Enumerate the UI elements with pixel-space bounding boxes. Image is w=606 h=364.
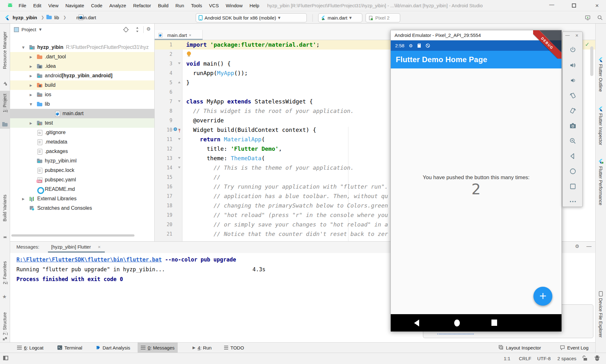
tree-item--idea[interactable]: ▶.idea (10, 62, 155, 71)
tool-tab-flutter-outline[interactable]: Flutter Outline (598, 64, 603, 92)
back-icon[interactable] (569, 152, 577, 160)
gear-icon[interactable]: ⚙ (575, 244, 579, 249)
tool-tab-flutter-performance[interactable]: Flutter Performance (598, 166, 603, 205)
chevron-expanded-icon[interactable]: ▼ (22, 46, 25, 49)
indent-setting[interactable]: 2 spaces (557, 356, 576, 361)
menu-tools[interactable]: Tools (187, 3, 205, 8)
hector-inspection-icon[interactable] (594, 355, 600, 361)
device-selector-dropdown[interactable]: Android SDK built for x86 (mobile) ▼ (196, 13, 307, 22)
nav-overview-icon[interactable] (491, 319, 497, 326)
zoom-in-icon[interactable] (569, 137, 577, 145)
tool-tab-flutter-inspector[interactable]: Flutter Inspector (598, 113, 603, 145)
camera-icon[interactable] (569, 122, 577, 130)
tree-item-pubspec-yaml[interactable]: YMLpubspec.yaml (10, 175, 155, 185)
menu-view[interactable]: View (45, 3, 62, 8)
tree-item-ios[interactable]: ▶ios (10, 90, 155, 99)
tool-tab-project[interactable]: 1: Project (2, 94, 7, 112)
minimize-window-icon[interactable]: — (549, 2, 554, 8)
lock-open-icon[interactable] (582, 355, 588, 361)
tool-tab-layout-inspector[interactable]: Layout Inspector (496, 343, 544, 353)
menu-file[interactable]: File (15, 3, 30, 8)
hide-panel-icon[interactable]: — (586, 244, 591, 249)
menu-build[interactable]: Build (154, 3, 172, 8)
tree-item-hyzp-yibin-iml[interactable]: hyzp_yibin.iml (10, 156, 155, 166)
tree-item--packages[interactable]: .packages (10, 147, 155, 156)
home-icon[interactable] (569, 167, 577, 175)
inspections-ok-icon[interactable]: ✓ (585, 41, 590, 48)
breadcrumb-dir[interactable]: lib (54, 15, 59, 20)
chevron-expanded-icon[interactable]: ▼ (30, 103, 32, 106)
tree-item--dart-tool[interactable]: ▶.dart_tool (10, 52, 155, 62)
encoding[interactable]: UTF-8 (537, 356, 551, 361)
tree-item-build[interactable]: ▶build (10, 80, 155, 90)
tool-tab-todo[interactable]: TODO (221, 343, 247, 353)
tool-tab-0-messages[interactable]: 0: Messages (138, 343, 178, 353)
sync-project-icon[interactable] (585, 15, 591, 21)
chevron-collapsed-icon[interactable]: ▶ (30, 121, 32, 125)
close-emulator-icon[interactable]: × (575, 33, 578, 38)
chevron-collapsed-icon[interactable]: ▶ (22, 197, 25, 201)
breadcrumb-file[interactable]: main.dart (76, 15, 96, 20)
tool-tab-structure[interactable]: 7: Structure (2, 312, 7, 335)
fold-marker-icon[interactable] (178, 80, 181, 83)
nav-back-icon[interactable] (413, 319, 420, 327)
tree-item-lib[interactable]: ▼lib (10, 99, 155, 109)
tree-item-pubspec-lock[interactable]: pubspec.lock (10, 166, 155, 175)
tree-item-android[interactable]: ▶android [hyzp_yibin_android] (10, 71, 155, 80)
close-tab-icon[interactable]: × (98, 244, 101, 250)
run-config-dropdown[interactable]: main.dart ▼ (318, 13, 362, 22)
chevron-collapsed-icon[interactable]: ▶ (30, 74, 32, 78)
menu-analyze[interactable]: Analyze (106, 3, 129, 8)
menu-help[interactable]: Help (246, 3, 263, 8)
menu-refactor[interactable]: Refactor (130, 3, 155, 8)
fold-marker-icon[interactable] (178, 62, 181, 66)
tool-tab-dart-analysis[interactable]: Dart Analysis (93, 343, 134, 353)
tree-item-readme-md[interactable]: README.md (10, 185, 155, 194)
messages-tab[interactable]: [hyzp_yibin] Flutter (51, 244, 91, 250)
caret-position[interactable]: 1:1 (504, 356, 510, 361)
breadcrumb-project[interactable]: hyzp_yibin (13, 15, 37, 20)
menu-code[interactable]: Code (87, 3, 106, 8)
tool-tab-build-variants[interactable]: Build Variants (2, 195, 7, 221)
tree-item--metadata[interactable]: .metadata (10, 137, 155, 147)
locate-file-icon[interactable] (123, 27, 129, 32)
more-icon[interactable] (569, 198, 577, 205)
tree-item-external-libraries[interactable]: ▶External Libraries (10, 194, 155, 203)
fold-marker-icon[interactable] (178, 100, 181, 103)
menu-run[interactable]: Run (172, 3, 188, 8)
fab-add-button[interactable]: + (533, 287, 552, 306)
maximize-window-icon[interactable] (572, 3, 576, 8)
gear-icon[interactable]: ⚙ (146, 26, 151, 32)
collapse-all-icon[interactable] (134, 27, 140, 32)
tool-tab-favorites[interactable]: 2: Favorites (2, 261, 7, 284)
tool-tab-4-run[interactable]: ▶4: Run (189, 343, 215, 353)
nav-home-icon[interactable] (453, 319, 461, 327)
tool-tab-terminal[interactable]: >_Terminal (54, 343, 86, 353)
menu-navigate[interactable]: Navigate (62, 3, 87, 8)
power-icon[interactable] (569, 46, 577, 54)
tree-item-scratches-and-consoles[interactable]: Scratches and Consoles (10, 203, 155, 213)
horizontal-scrollbar[interactable] (11, 234, 134, 237)
minimize-emulator-icon[interactable]: — (565, 32, 570, 38)
console-link[interactable]: R:\Flutter\FlutterSDK\flutter\bin\flutte… (16, 256, 162, 263)
menu-vcs[interactable]: VCS (205, 3, 222, 8)
volume-up-icon[interactable] (569, 62, 577, 69)
override-marker-icon[interactable]: o (174, 127, 177, 131)
tree-item--gitignore[interactable]: .gitignore (10, 128, 155, 137)
tool-window-toggle-icon[interactable] (3, 356, 8, 360)
tool-tab-6-logcat[interactable]: 6: Logcat (14, 343, 47, 353)
search-icon[interactable] (597, 15, 603, 21)
tool-tab-resource-manager[interactable]: Resource Manager (2, 32, 7, 69)
editor-scrollbar[interactable] (590, 46, 593, 76)
fold-marker-icon[interactable] (178, 138, 181, 141)
chevron-collapsed-icon[interactable]: ▶ (30, 55, 32, 59)
fold-marker-icon[interactable] (178, 157, 181, 160)
tool-tab-event-log[interactable]: Event Log (557, 343, 592, 353)
menu-window[interactable]: Window (222, 3, 246, 8)
overview-icon[interactable] (569, 183, 577, 190)
rotate-left-icon[interactable] (569, 92, 577, 99)
fold-marker-icon[interactable] (178, 167, 181, 170)
volume-down-icon[interactable] (569, 77, 577, 84)
menu-edit[interactable]: Edit (30, 3, 45, 8)
tree-item-main-dart[interactable]: main.dart (10, 109, 155, 118)
